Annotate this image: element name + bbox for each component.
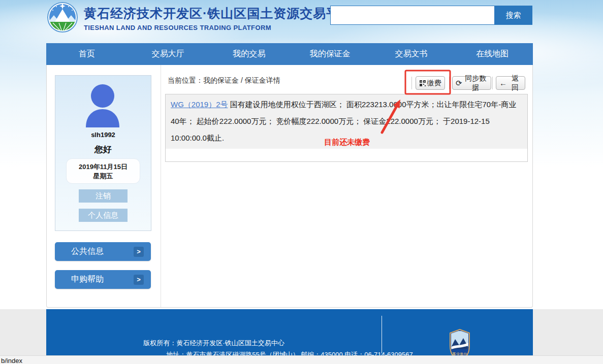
annotation-not-paid-text: 目前还未缴费: [324, 138, 370, 147]
logout-button[interactable]: 注销: [79, 189, 128, 203]
status-url-text: b/index: [0, 357, 22, 364]
pay-icon: [420, 80, 426, 86]
nav-item-trading-hall[interactable]: 交易大厅: [128, 43, 209, 65]
sync-data-button[interactable]: ⟳ 同步数据: [452, 76, 491, 90]
nav-item-my-deposit[interactable]: 我的保证金: [290, 43, 371, 65]
page: 黄石经济技术开发区·铁山区国土资源交易平台 TIESHAN LAND AND R…: [0, 0, 603, 364]
pay-fee-label: 缴费: [427, 79, 441, 88]
sidebar-main-divider: [161, 65, 161, 307]
deposit-detail-box: WG（2019）2号 国有建设用地使用权位于西湖区； 面积223213.0000…: [165, 94, 528, 162]
page-title: 黄石经济技术开发区·铁山区国土资源交易平台: [84, 5, 353, 22]
copyright-text: 版权所有：黄石经济开发区·铁山区国土交易中心: [46, 339, 382, 348]
search-bar: 搜索: [330, 6, 532, 25]
sidebar-item-purchase-help[interactable]: 申购帮助 >: [55, 270, 151, 289]
public-info-label: 公共信息: [71, 246, 104, 257]
user-avatar-icon: [82, 83, 123, 127]
back-arrow-icon: ←: [499, 79, 507, 87]
page-subtitle: TIESHAN LAND AND RESOURCES TRADING PLATF…: [84, 24, 353, 31]
breadcrumb: 当前位置：我的保证金 / 保证金详情: [168, 76, 280, 85]
nav-item-online-map[interactable]: 在线地图: [452, 43, 533, 65]
search-button[interactable]: 搜索: [494, 6, 532, 25]
nav-item-my-trades[interactable]: 我的交易: [208, 43, 290, 65]
footer-divider: [382, 316, 382, 353]
main-nav: 首页 交易大厅 我的交易 我的保证金 交易文书 在线地图: [46, 43, 533, 65]
back-button[interactable]: ← 返回: [496, 76, 525, 90]
footer: 版权所有：黄石经济开发区·铁山区国土交易中心 地址：黄石市黄石港区磁湖路55号（…: [46, 309, 533, 356]
nav-item-home[interactable]: 首页: [46, 43, 128, 65]
sidebar-item-public-info[interactable]: 公共信息 >: [55, 242, 151, 261]
site-title-block: 黄石经济技术开发区·铁山区国土资源交易平台 TIESHAN LAND AND R…: [84, 5, 353, 31]
browser-status-bar: b/index: [0, 355, 603, 364]
chevron-right-icon: >: [134, 275, 144, 285]
weekday-text: 星期五: [67, 172, 140, 181]
greeting-text: 您好: [55, 144, 151, 155]
username: slh1992: [55, 131, 151, 139]
profile-button[interactable]: 个人信息: [79, 209, 128, 222]
chevron-right-icon: >: [134, 247, 144, 257]
purchase-help-label: 申购帮助: [71, 274, 104, 285]
search-input[interactable]: [330, 6, 494, 25]
date-text: 2019年11月15日: [67, 162, 140, 172]
sync-data-label: 同步数据: [464, 74, 488, 92]
parcel-link[interactable]: WG（2019）2号: [171, 100, 228, 109]
toolbar-separator: [411, 77, 412, 89]
refresh-icon: ⟳: [456, 79, 462, 87]
site-logo-icon: [47, 2, 78, 33]
pay-fee-button[interactable]: 缴费: [416, 76, 445, 90]
toolbar-separator: [492, 77, 493, 89]
date-box: 2019年11月15日 星期五: [66, 158, 140, 184]
back-label: 返回: [509, 74, 522, 92]
nav-item-trade-documents[interactable]: 交易文书: [371, 43, 452, 65]
toolbar-separator: [449, 77, 450, 89]
